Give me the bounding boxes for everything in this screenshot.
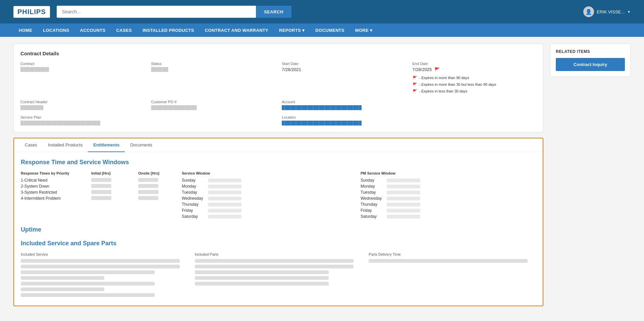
search-button[interactable]: SEARCH	[256, 6, 291, 18]
left-panel: Contract Details Contract ██████████ Sta…	[13, 44, 543, 312]
included-parts-item-4	[195, 276, 329, 280]
included-service-col: Included Service	[21, 252, 188, 299]
service-plan-field: Service Plan ███████████████████████████…	[20, 115, 145, 125]
location-value: ████████████████████████████	[282, 121, 406, 125]
contract-value: ██████████	[20, 67, 145, 72]
entitlements-content: Response Time and Service Windows Respon…	[14, 152, 543, 306]
tab-documents[interactable]: Documents	[125, 138, 158, 152]
search-input[interactable]	[57, 6, 256, 18]
included-parts-title: Included Parts	[195, 252, 362, 256]
pm-day-saturday: Saturday	[361, 213, 536, 219]
right-panel: RELATED ITEMS Contract Inquiry	[550, 44, 631, 312]
user-dropdown-icon: ▼	[627, 10, 631, 14]
onsite-3	[138, 189, 178, 195]
col-priority-header: Response Times by Priority	[21, 171, 88, 175]
contract-header-value: ████████	[20, 105, 145, 110]
included-service-item-5	[21, 282, 155, 285]
tab-installed-products[interactable]: Installed Products	[43, 138, 88, 152]
included-service-item-4	[21, 276, 104, 280]
contract-inquiry-button[interactable]: Contract Inquiry	[556, 58, 625, 71]
service-window-col: Sunday Monday Tuesday Wednesday Thursday	[182, 177, 357, 219]
priority-4: 4-Intermittent Problem	[21, 195, 88, 201]
tabs-row: Cases Installed Products Entitlements Do…	[14, 138, 543, 152]
day-saturday: Saturday	[182, 213, 357, 219]
included-service-item-2	[21, 265, 180, 268]
initial-3	[91, 189, 135, 195]
nav-locations[interactable]: LOCATIONS	[38, 23, 74, 37]
col-pm-service-window-header: PM Service Window	[361, 171, 536, 175]
customer-po-label: Customer PO #	[151, 100, 275, 104]
included-title: Included Service and Spare Parts	[21, 240, 536, 247]
more-dropdown-icon: ▾	[370, 28, 372, 33]
included-grid: Included Service Included Parts	[21, 252, 536, 299]
onsite-2	[138, 183, 178, 189]
flag-red-text: - Expires in less than 30 days	[419, 88, 468, 95]
start-date-label: Start Date	[282, 62, 406, 66]
included-parts-item-1	[195, 259, 354, 263]
col-service-window-header: Service Window	[182, 171, 357, 175]
user-name: ERIK VISSE...	[597, 9, 625, 14]
reports-dropdown-icon: ▾	[302, 28, 305, 33]
day-thursday: Thursday	[182, 201, 357, 207]
included-delivery-col: Parts Delivery Time	[369, 252, 536, 299]
start-date-field: Start Date 7/28/2021	[282, 62, 406, 94]
tabs-card: Cases Installed Products Entitlements Do…	[13, 138, 543, 306]
main-content: Contract Details Contract ██████████ Sta…	[0, 37, 644, 318]
day-sunday: Sunday	[182, 177, 357, 183]
day-monday: Monday	[182, 183, 357, 189]
nav-accounts[interactable]: ACCOUNTS	[75, 23, 111, 37]
priority-col: 1-Critical Need 2-System Down 3-System R…	[21, 177, 88, 219]
pm-day-wednesday: Wednesday	[361, 195, 536, 201]
included-parts-item-3	[195, 270, 329, 274]
onsite-1	[138, 177, 178, 183]
included-parts-item-5	[195, 282, 329, 285]
philips-logo: PHILIPS	[13, 6, 50, 18]
nav-reports[interactable]: REPORTS ▾	[274, 23, 310, 37]
day-friday: Friday	[182, 207, 357, 213]
flag-green-item: 🚩 - Expires in more than 90 days	[413, 75, 537, 81]
tab-cases[interactable]: Cases	[19, 138, 43, 152]
pm-day-friday: Friday	[361, 207, 536, 213]
nav-more[interactable]: MORE ▾	[350, 23, 378, 37]
nav-documents[interactable]: DOCUMENTS	[310, 23, 350, 37]
contract-label: Contract	[20, 62, 145, 66]
main-nav: HOME LOCATIONS ACCOUNTS CASES INSTALLED …	[0, 23, 644, 37]
initial-1	[91, 177, 135, 183]
included-parts-item-2	[195, 265, 354, 268]
onsite-4	[138, 195, 178, 201]
service-plan-value: ████████████████████████████	[20, 121, 145, 125]
day-tuesday: Tuesday	[182, 189, 357, 195]
included-parts-col: Included Parts	[195, 252, 362, 299]
included-service-title: Included Service	[21, 252, 188, 256]
user-avatar: 👤	[583, 6, 594, 17]
related-items-card: RELATED ITEMS Contract Inquiry	[550, 44, 631, 77]
account-value: ████████████████████████████	[282, 105, 406, 110]
contract-field: Contract ██████████	[20, 62, 145, 94]
account-field: Account ████████████████████████████	[282, 100, 406, 110]
flag-legend: 🚩 - Expires in more than 90 days 🚩 - Exp…	[413, 75, 537, 94]
nav-home[interactable]: HOME	[13, 23, 38, 37]
response-section-title: Response Time and Service Windows	[21, 159, 536, 166]
search-wrapper: SEARCH	[57, 6, 291, 18]
pm-service-window-col: Sunday Monday Tuesday Wednesday Thursday	[361, 177, 536, 219]
end-date-label: End Date	[413, 62, 537, 66]
contract-header-field: Contract Header ████████	[20, 100, 145, 110]
service-plan-label: Service Plan	[20, 115, 145, 119]
nav-cases[interactable]: CASES	[111, 23, 137, 37]
nav-installed-products[interactable]: INSTALLED PRODUCTS	[137, 23, 200, 37]
nav-contract-warranty[interactable]: CONTRACT AND WARRANTY	[200, 23, 274, 37]
contract-header-label: Contract Header	[20, 100, 145, 104]
status-field: Status ██████	[151, 62, 275, 94]
end-date-value: 7/28/2025 🚩	[413, 67, 537, 72]
flag-red-item: 🚩 - Expires in less than 30 days	[413, 88, 537, 95]
user-section[interactable]: 👤 ERIK VISSE... ▼	[583, 6, 631, 17]
pm-day-tuesday: Tuesday	[361, 189, 536, 195]
contract-details-card: Contract Details Contract ██████████ Sta…	[13, 44, 543, 132]
priority-1: 1-Critical Need	[21, 177, 88, 183]
included-service-item-6	[21, 287, 104, 291]
flag-orange-icon: 🚩	[413, 81, 417, 88]
initial-2	[91, 183, 135, 189]
tab-entitlements[interactable]: Entitlements	[88, 138, 125, 152]
flag-orange-text: - Expires in more than 30 but less than …	[419, 81, 496, 88]
flag-orange-item: 🚩 - Expires in more than 30 but less tha…	[413, 81, 537, 88]
